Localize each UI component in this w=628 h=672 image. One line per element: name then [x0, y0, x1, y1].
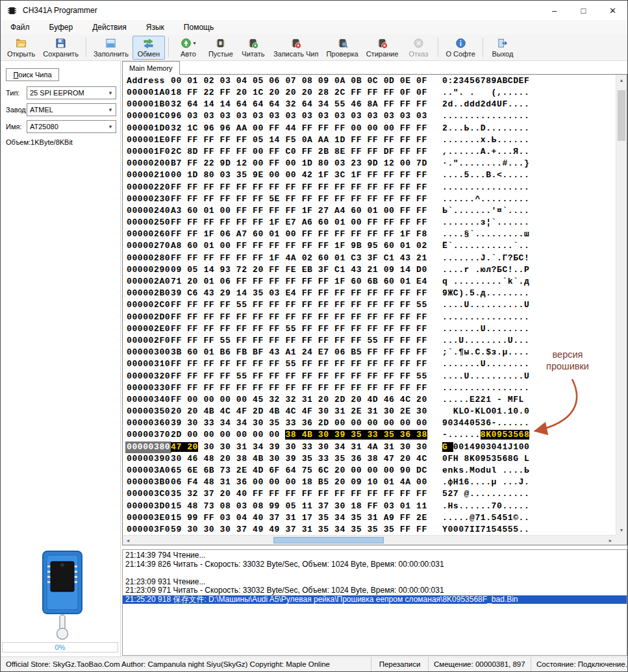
hex-row-ascii[interactable]: 2d..ddd2d4UF....	[442, 99, 529, 110]
hex-row[interactable]: 000003F059 30 30 30 37 49 49 37 31 35 34…	[123, 524, 616, 535]
hex-row-ascii[interactable]: ......^.........	[442, 193, 529, 205]
hex-row[interactable]: 000002F0FF FF FF 55 FF FF FF FF FF FF FF…	[123, 335, 616, 347]
hex-row-ascii[interactable]: .......з¦`......	[442, 217, 529, 229]
hex-row[interactable]: 00000330FF FF FF FF FF FF FF FF FF FF FF…	[123, 382, 616, 394]
log-line[interactable]	[123, 569, 627, 578]
vendor-combo[interactable]: ATMEL ▾	[27, 103, 116, 116]
hex-row-ascii[interactable]: ................	[442, 382, 529, 394]
hex-row-bytes[interactable]: FF FF FF FF 55 FF FF FF FF FF FF FF FF F…	[171, 371, 427, 382]
hex-row-bytes[interactable]: 96 03 03 03 03 03 03 03 03 03 03 03 03 0…	[171, 110, 427, 122]
hex-row[interactable]: 000001B032 64 14 14 64 64 64 32 64 34 55…	[123, 99, 616, 110]
hex-row-bytes[interactable]: FF FF FF FF FF FF FF FF FF FF FF FF FF F…	[171, 312, 427, 323]
hex-row[interactable]: 00000240A3 60 01 00 FF FF FF FF 1F 27 A4…	[123, 205, 616, 217]
hex-row-bytes[interactable]: 35 32 37 20 40 FF FF FF FF FF FF FF FF F…	[171, 488, 427, 500]
log-line[interactable]: 21:14:39 794 Чтение...	[123, 551, 627, 560]
hex-row-ascii[interactable]: Ё`...........`..	[442, 240, 529, 252]
hex-row-ascii[interactable]: 527 @...........	[442, 488, 529, 500]
hex-row[interactable]: 000002A071 20 01 06 FF FF FF FF FF FF 1F…	[123, 276, 616, 288]
toolbar-button-blank-test[interactable]: Пустые	[205, 36, 237, 60]
toolbar-button-swap[interactable]: Обмен	[132, 36, 165, 60]
toolbar-button-verify-chip[interactable]: Проверка	[322, 36, 362, 60]
hex-row-bytes[interactable]: 20 20 4B 4C 4F 2D 4B 4C 4F 30 31 2E 31 3…	[171, 406, 427, 417]
hex-row-bytes[interactable]: FF FF FF FF FF 05 14 F5 0A AA 1D FF FF F…	[171, 134, 427, 146]
hex-row-ascii[interactable]: 903440536-......	[442, 417, 529, 429]
hex-row-bytes[interactable]: 32 64 14 14 64 64 64 32 64 34 55 46 8A F…	[171, 99, 427, 110]
hex-row-bytes[interactable]: A3 60 01 00 FF FF FF FF 1F 27 A4 60 01 0…	[171, 205, 427, 217]
hex-row-ascii[interactable]: G 0014903041J100	[442, 442, 529, 453]
hex-row-bytes[interactable]: 71 20 01 06 FF FF FF FF FF FF 1F 60 6B 6…	[171, 276, 427, 288]
vertical-scroll-thumb[interactable]	[618, 90, 625, 141]
hex-row-ascii[interactable]: ...U........U...	[442, 335, 529, 347]
hex-row-bytes[interactable]: A8 60 01 00 FF FF FF FF FF FF 1F 9B 95 6…	[171, 240, 427, 252]
hex-row-ascii[interactable]: .......U........	[442, 358, 529, 370]
hex-row-bytes[interactable]: 47 20 30 30 31 34 39 30 33 30 34 31 4A 3…	[171, 442, 427, 453]
hex-row-ascii[interactable]: Ь`.......'¤`....	[442, 205, 529, 217]
toolbar-button-about[interactable]: О Софте	[442, 36, 479, 60]
toolbar-button-open-folder[interactable]: Открыть	[3, 36, 39, 60]
hex-row-ascii[interactable]: q .........`k`.д	[442, 276, 529, 288]
hex-row[interactable]: 0000039030 46 48 20 38 4B 30 39 35 33 35…	[123, 453, 616, 465]
hex-row[interactable]: 000002E0FF FF FF FF FF FF FF 55 FF FF FF…	[123, 323, 616, 335]
hex-row-bytes[interactable]: FF FF 1F 06 A7 60 01 00 FF FF FF FF FF F…	[171, 229, 427, 240]
hex-row-bytes[interactable]: 2C 8D FF FF FF 00 FF C0 FF 2B 8E FF FF D…	[171, 146, 427, 158]
hex-row-bytes[interactable]: FF FF FF FF FF FF 5E FF FF FF FF FF FF F…	[171, 193, 427, 205]
hex-row-ascii[interactable]: ................	[442, 182, 529, 193]
type-combo[interactable]: 25 SPI EEPROM ▾	[27, 86, 116, 99]
hex-row[interactable]: 00000200B7 FF 22 9D 12 00 FF 00 1D 80 03…	[123, 158, 616, 169]
hex-row-bytes[interactable]: 39 C6 43 29 14 35 03 E4 FF FF FF FF FF F…	[171, 288, 427, 299]
hex-row-bytes[interactable]: FF FF FF FF 55 FF FF FF FF FF FF FF FF F…	[171, 299, 427, 311]
hex-row-ascii[interactable]: 0FH 8K0953568G L	[442, 453, 529, 465]
vertical-scrollbar[interactable]: ▲ ▼	[616, 75, 627, 535]
hex-row-bytes[interactable]: FF FF FF 55 FF FF FF FF FF FF FF FF 55 F…	[171, 335, 427, 347]
hex-row[interactable]: 00000320FF FF FF FF 55 FF FF FF FF FF FF…	[123, 371, 616, 382]
hex-row-bytes[interactable]: FF FF FF FF FF FF FF 55 FF FF FF FF FF F…	[171, 358, 427, 370]
hex-row-ascii[interactable]: ....§`.........ш	[442, 229, 529, 240]
hex-row[interactable]: 00000250FF FF FF FF FF FF 1F E7 A6 60 01…	[123, 217, 616, 229]
hex-row-ascii[interactable]: .фН16....µ ...J.	[442, 477, 529, 488]
hex-row-ascii[interactable]: ................	[442, 312, 529, 323]
hex-row-bytes[interactable]: 59 30 30 30 37 49 49 37 31 35 34 35 35 3…	[171, 524, 427, 535]
toolbar-button-erase-chip[interactable]: Стирание	[362, 36, 403, 60]
hex-row-ascii[interactable]: .Hs......70.....	[442, 501, 529, 512]
hex-row-ascii[interactable]: ....5...B.<.....	[442, 169, 529, 181]
hex-row[interactable]: 00000340FF 00 00 00 00 45 32 32 31 20 2D…	[123, 394, 616, 406]
hex-row-ascii[interactable]: .......J.`.Г?БC!	[442, 253, 529, 264]
hex-row[interactable]: 000003B006 F4 48 31 36 00 00 00 18 B5 20…	[123, 477, 616, 488]
toolbar-button-save-floppy[interactable]: Сохранить	[39, 36, 82, 60]
search-chip-button[interactable]: Поиск Чипа	[6, 68, 59, 81]
log-line[interactable]: 21:14:39 826 Читать - Скорость: 33032 By…	[123, 560, 627, 569]
hex-row-bytes[interactable]: 39 30 33 34 34 30 35 33 36 2D 00 00 00 0…	[171, 417, 427, 429]
hex-row[interactable]: 000003702D 00 00 00 00 00 00 38 4B 30 39…	[123, 429, 616, 441]
hex-row-bytes[interactable]: FF 00 00 00 00 45 32 32 31 20 2D 20 4D 4…	[171, 394, 427, 406]
hex-row[interactable]: 00000260FF FF 1F 06 A7 60 01 00 FF FF FF…	[123, 229, 616, 240]
menu-item-3[interactable]: Язык	[136, 20, 174, 34]
hex-row[interactable]: 00000280FF FF FF FF FF FF 1F 4A 02 60 01…	[123, 253, 616, 264]
hex-row-ascii[interactable]: ,......А.+...Я..	[442, 146, 529, 158]
menu-item-0[interactable]: Файл	[1, 20, 40, 34]
hex-row[interactable]: 000002B039 C6 43 29 14 35 03 E4 FF FF FF…	[123, 288, 616, 299]
hex-row-bytes[interactable]: 30 46 48 20 38 4B 30 39 35 33 35 36 38 4…	[171, 453, 427, 465]
hex-row-ascii[interactable]: KLO-KLO01.10.0	[442, 406, 529, 417]
hex-row[interactable]: 000003D015 48 73 08 03 08 99 05 11 37 30…	[123, 501, 616, 512]
horizontal-scroll-thumb[interactable]	[273, 537, 384, 543]
name-combo[interactable]: AT25080 ▾	[27, 120, 116, 133]
hex-row-ascii[interactable]: ................	[442, 110, 529, 122]
horizontal-scrollbar[interactable]: ◄ ►	[123, 535, 616, 545]
toolbar-button-write-chip[interactable]: Записать Чип	[270, 36, 323, 60]
hex-row-ascii[interactable]: ....r .юл?БC!..Р	[442, 264, 529, 276]
hex-row-bytes[interactable]: 65 6E 6B 73 2E 4D 6F 64 75 6C 20 00 00 0…	[171, 465, 427, 477]
minimize-button[interactable]: –	[540, 1, 569, 20]
hex-row-ascii[interactable]: ..". . (,.....	[442, 87, 529, 99]
hex-row-bytes[interactable]: 18 FF 22 FF 20 1C 20 20 20 28 2C FF FF F…	[171, 87, 427, 99]
hex-row-bytes[interactable]: FF FF FF FF FF FF FF FF FF FF FF FF FF F…	[171, 382, 427, 394]
hex-row-ascii[interactable]: ....U..........U	[442, 371, 529, 382]
log-line[interactable]: 21:25:20 918 保存文件: D:\Машины\Audi A5\Рул…	[123, 595, 627, 604]
hex-row-ascii[interactable]: .....E221 - MFL	[442, 394, 529, 406]
hex-row-ascii[interactable]: -......8K0953568	[442, 429, 529, 441]
menu-item-4[interactable]: Помощь	[174, 20, 223, 34]
hex-row[interactable]: 00000220FF FF FF FF FF FF FF FF FF FF FF…	[123, 182, 616, 193]
hex-row-ascii[interactable]: .......U........	[442, 323, 529, 335]
scroll-left-icon[interactable]: ◄	[123, 536, 133, 545]
hex-row-ascii[interactable]: ....U..........U	[442, 299, 529, 311]
close-button[interactable]: ✕	[598, 1, 627, 20]
